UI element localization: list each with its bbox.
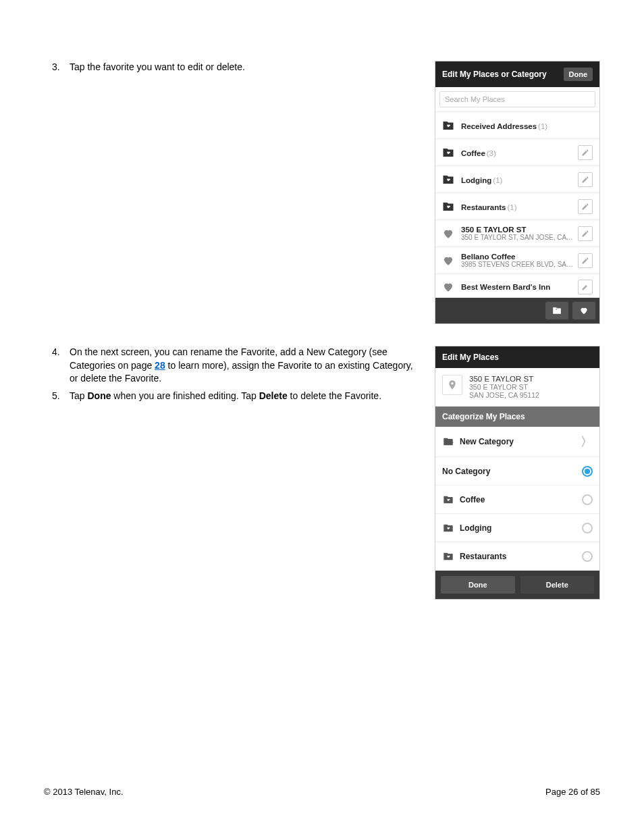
category-option-restaurants[interactable]: Restaurants: [435, 542, 599, 571]
bottom-toolbar: [435, 298, 599, 323]
screenshot-edit-my-places-list: Edit My Places or Category Done Received…: [435, 61, 600, 324]
edit-icon-button[interactable]: [578, 199, 593, 214]
category-option-label: Lodging: [460, 523, 582, 533]
search-container: [435, 87, 599, 112]
folder-heart-icon: [442, 201, 454, 213]
search-input[interactable]: [439, 91, 595, 107]
favorite-subtitle: 350 E TAYLOR ST, SAN JOSE, CA 9...: [461, 234, 574, 241]
edit-icon-button[interactable]: [578, 172, 593, 187]
add-favorite-button[interactable]: [572, 302, 595, 319]
category-name: Restaurants: [461, 203, 506, 211]
category-option-label: Coffee: [460, 495, 582, 504]
category-option-coffee[interactable]: Coffee: [435, 486, 599, 514]
page-number: Page 26 of 85: [545, 787, 600, 797]
edit-icon-button[interactable]: [578, 145, 593, 160]
folder-heart-icon: [442, 147, 454, 159]
category-option-label: Restaurants: [460, 552, 582, 561]
category-name: Coffee: [461, 149, 485, 157]
category-count: (1): [493, 176, 502, 184]
instruction-step-3: 3. Tap the favorite you want to edit or …: [44, 61, 421, 74]
folder-heart-icon: [442, 551, 454, 562]
page-link-28[interactable]: 28: [155, 360, 165, 371]
category-count: (3): [487, 149, 496, 157]
screen-title: Edit My Places: [442, 353, 499, 362]
new-category-label: New Category: [460, 437, 581, 446]
chevron-right-icon: 〉: [581, 434, 593, 450]
add-folder-button[interactable]: [545, 302, 568, 319]
instruction-step-4: 4. On the next screen, you can rename th…: [44, 346, 421, 386]
pin-icon: [442, 375, 462, 395]
heart-icon: [442, 255, 454, 267]
place-address-line2: SAN JOSE, CA 95112: [469, 391, 539, 399]
screen-title: Edit My Places or Category: [442, 70, 547, 79]
radio-selected-icon[interactable]: [582, 466, 593, 477]
category-row-lodging[interactable]: Lodging(1): [435, 166, 599, 193]
section-header-categorize: Categorize My Places: [435, 407, 599, 427]
category-count: (1): [507, 203, 516, 211]
favorite-row[interactable]: Best Western Bard's Inn: [435, 274, 599, 298]
category-count: (1): [538, 122, 547, 130]
done-button[interactable]: Done: [441, 576, 515, 594]
folder-heart-icon: [442, 174, 454, 186]
favorite-title: Best Western Bard's Inn: [461, 283, 574, 291]
new-folder-icon: [442, 436, 454, 447]
edit-icon-button[interactable]: [578, 280, 593, 294]
category-row-coffee[interactable]: Coffee(3): [435, 139, 599, 166]
step-number: 5.: [44, 390, 70, 403]
category-row-restaurants[interactable]: Restaurants(1): [435, 193, 599, 220]
step-number: 3.: [44, 61, 70, 74]
folder-heart-icon: [442, 494, 454, 505]
favorite-title: Bellano Coffee: [461, 253, 574, 261]
favorite-row[interactable]: Bellano Coffee 3985 STEVENS CREEK BLVD, …: [435, 247, 599, 274]
category-option-no-category[interactable]: No Category: [435, 457, 599, 486]
screen-header: Edit My Places or Category Done: [435, 61, 599, 87]
new-category-row[interactable]: New Category 〉: [435, 427, 599, 457]
edit-icon-button[interactable]: [578, 226, 593, 241]
category-name: Lodging: [461, 176, 491, 184]
svg-rect-1: [451, 441, 452, 444]
instruction-step-5: 5. Tap Done when you are finished editin…: [44, 390, 421, 403]
edit-icon-button[interactable]: [578, 253, 593, 268]
heart-icon: [442, 281, 454, 293]
step-text: Tap the favorite you want to edit or del…: [70, 61, 421, 74]
radio-unselected-icon[interactable]: [582, 494, 593, 505]
delete-button[interactable]: Delete: [520, 576, 595, 594]
done-button[interactable]: Done: [564, 68, 593, 81]
page-footer: © 2013 Telenav, Inc. Page 26 of 85: [44, 787, 600, 797]
place-summary: 350 E TAYLOR ST 350 E TAYLOR ST SAN JOSE…: [435, 368, 599, 407]
copyright-text: © 2013 Telenav, Inc.: [44, 787, 124, 797]
place-address-line1: 350 E TAYLOR ST: [469, 383, 539, 391]
step-text: On the next screen, you can rename the F…: [70, 346, 421, 386]
radio-unselected-icon[interactable]: [582, 551, 593, 562]
folder-heart-icon: [442, 120, 454, 132]
button-bar: Done Delete: [435, 571, 599, 599]
category-option-label: No Category: [442, 467, 582, 476]
favorite-title: 350 E TAYLOR ST: [461, 226, 574, 234]
place-name: 350 E TAYLOR ST: [469, 375, 539, 383]
favorite-subtitle: 3985 STEVENS CREEK BLVD, SAN...: [461, 261, 574, 268]
step-number: 4.: [44, 346, 70, 386]
category-option-lodging[interactable]: Lodging: [435, 514, 599, 542]
folder-heart-icon: [442, 523, 454, 533]
category-name: Received Addresses: [461, 122, 537, 130]
heart-icon: [442, 228, 454, 240]
category-row-received[interactable]: Received Addresses(1): [435, 112, 599, 139]
step-text: Tap Done when you are finished editing. …: [70, 390, 421, 403]
favorite-row[interactable]: 350 E TAYLOR ST 350 E TAYLOR ST, SAN JOS…: [435, 220, 599, 247]
radio-unselected-icon[interactable]: [582, 523, 593, 533]
screenshot-categorize-favorite: Edit My Places 350 E TAYLOR ST 350 E TAY…: [435, 346, 600, 600]
screen-header: Edit My Places: [435, 346, 599, 368]
